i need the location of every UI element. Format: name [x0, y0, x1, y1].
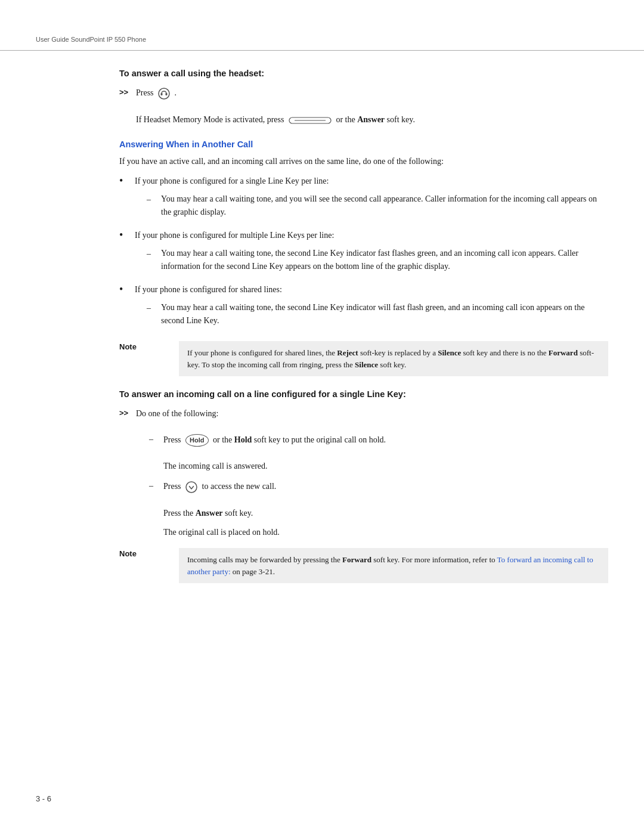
- bullet-text-single-line-key: If your phone is configured for a single…: [135, 175, 608, 223]
- main-content: To answer a call using the headset: >> P…: [0, 69, 644, 583]
- bullet-dot: •: [119, 282, 129, 297]
- incoming-answered-text: The incoming call is answered.: [163, 460, 608, 473]
- page-footer: 3 - 6: [36, 794, 51, 803]
- original-hold-text: The original call is placed on hold.: [163, 526, 608, 539]
- arrow-bullet-press-headset: >> Press .: [119, 86, 608, 107]
- arrow-symbol-2: >>: [119, 408, 131, 417]
- page: User Guide SoundPoint IP 550 Phone To an…: [0, 0, 644, 833]
- section-heading-single-key: To answer an incoming call on a line con…: [119, 389, 608, 399]
- page-header: User Guide SoundPoint IP 550 Phone: [0, 36, 644, 51]
- note-content-2: Incoming calls may be forwarded by press…: [179, 548, 608, 583]
- section-heading-another-call: Answering When in Another Call: [119, 140, 608, 149]
- press-answer-text: Press the Answer soft key.: [163, 507, 608, 520]
- dash-list: – You may hear a call waiting tone, the …: [147, 301, 608, 327]
- bullet-text-shared-lines: If your phone is configured for shared l…: [135, 283, 608, 332]
- dash-item-nav-down: – Press to access the new call.: [149, 480, 608, 501]
- header-title: User Guide SoundPoint IP 550 Phone: [36, 36, 146, 43]
- headset-memory-text: If Headset Memory Mode is activated, pre…: [136, 113, 608, 126]
- dash-symbol: –: [147, 247, 155, 261]
- dash-symbol: –: [147, 193, 155, 206]
- another-call-intro: If you have an active call, and an incom…: [119, 155, 608, 168]
- do-one-text: Do one of the following:: [136, 407, 608, 420]
- note-content-1: If your phone is configured for shared l…: [179, 341, 608, 376]
- press-headset-text: Press .: [136, 86, 608, 100]
- arrow-bullet-do-one: >> Do one of the following:: [119, 407, 608, 428]
- dash-sym-2: –: [149, 481, 157, 491]
- hold-icon: Hold: [185, 434, 208, 447]
- softkey-icon: [289, 114, 332, 126]
- note-row-2: Note Incoming calls may be forwarded by …: [119, 548, 608, 583]
- bullet-dot: •: [119, 228, 129, 243]
- dash-text: You may hear a call waiting tone, and yo…: [161, 193, 608, 218]
- dash-item: – You may hear a call waiting tone, the …: [147, 247, 608, 272]
- list-item: • If your phone is configured for multip…: [119, 229, 608, 277]
- dash-list: – You may hear a call waiting tone, and …: [147, 193, 608, 218]
- svg-point-5: [186, 482, 197, 493]
- note-row-1: Note If your phone is configured for sha…: [119, 341, 608, 376]
- dash-items-single-key: – Press Hold or the Hold soft key to put…: [149, 433, 608, 538]
- note-label-1: Note: [119, 341, 179, 351]
- svg-rect-2: [166, 93, 168, 95]
- nav-down-icon: [185, 481, 198, 494]
- arrow-symbol: >>: [119, 88, 131, 97]
- dash-text-hold: Press Hold or the Hold soft key to put t…: [163, 433, 608, 447]
- list-item: • If your phone is configured for a sing…: [119, 175, 608, 223]
- forward-call-link[interactable]: To forward an incoming call to another p…: [187, 555, 593, 576]
- dash-item: – You may hear a call waiting tone, the …: [147, 301, 608, 327]
- bullet-dot: •: [119, 174, 129, 188]
- dash-item: – You may hear a call waiting tone, and …: [147, 193, 608, 218]
- section-answer-single-key: To answer an incoming call on a line con…: [119, 389, 608, 583]
- section-answer-headset: To answer a call using the headset: >> P…: [119, 69, 608, 126]
- dash-item-hold: – Press Hold or the Hold soft key to put…: [149, 433, 608, 454]
- section-answering-another: Answering When in Another Call If you ha…: [119, 140, 608, 377]
- dash-symbol: –: [147, 302, 155, 315]
- headset-icon: [157, 87, 171, 100]
- dash-list: – You may hear a call waiting tone, the …: [147, 247, 608, 272]
- dash-text: You may hear a call waiting tone, the se…: [161, 301, 608, 327]
- note-label-2: Note: [119, 548, 179, 558]
- dash-sym-1: –: [149, 435, 157, 444]
- page-number: 3 - 6: [36, 794, 51, 803]
- bullet-text-multi-line-key: If your phone is configured for multiple…: [135, 229, 608, 277]
- list-item: • If your phone is configured for shared…: [119, 283, 608, 332]
- dash-text-nav-down: Press to access the new call.: [163, 480, 608, 494]
- svg-point-0: [159, 88, 169, 99]
- svg-rect-1: [161, 93, 163, 95]
- dash-text: You may hear a call waiting tone, the se…: [161, 247, 608, 272]
- section-heading-headset: To answer a call using the headset:: [119, 69, 608, 78]
- another-call-bullets: • If your phone is configured for a sing…: [119, 175, 608, 332]
